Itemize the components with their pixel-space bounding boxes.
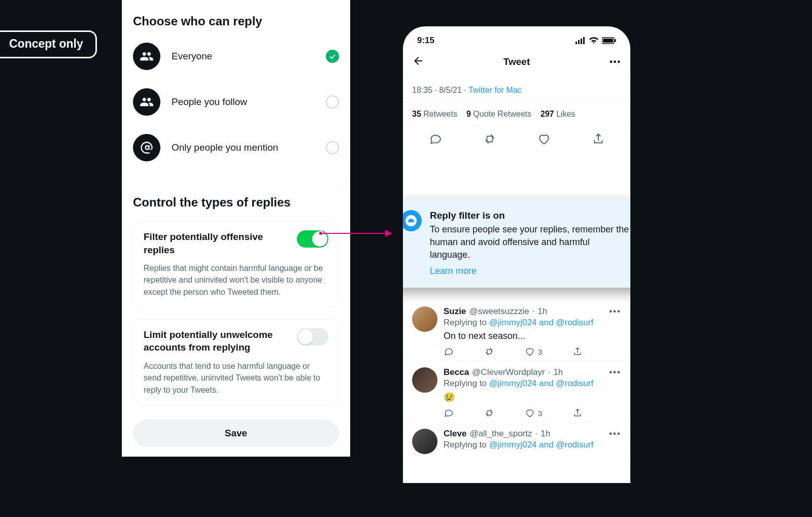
avatar[interactable]	[412, 306, 437, 332]
replies-list: Suzie @sweetsuzzzie · 1h ••• Replying to…	[403, 300, 630, 459]
retweets-stat[interactable]: 35 Retweets	[412, 110, 457, 119]
filter-offensive-toggle[interactable]	[297, 230, 328, 248]
tweet-header: Tweet •••	[403, 50, 630, 76]
reply-time: 1h	[553, 367, 563, 377]
status-time: 9:15	[417, 36, 434, 46]
who-can-reply-title: Choose who can reply	[122, 14, 350, 28]
wifi-icon	[589, 37, 599, 44]
share-icon[interactable]	[572, 347, 583, 357]
svg-rect-2	[581, 39, 582, 44]
learn-more-link[interactable]: Learn more	[430, 266, 630, 277]
filter-offensive-card: Filter potentially offensive replies Rep…	[133, 221, 339, 307]
reply-options-list: Everyone People you follow Only people y…	[122, 28, 350, 184]
retweet-icon[interactable]	[484, 408, 494, 418]
battery-icon	[602, 37, 616, 44]
reply-option-everyone[interactable]: Everyone	[133, 33, 339, 79]
at-icon	[133, 134, 160, 161]
like-icon[interactable]: 3	[525, 408, 542, 418]
control-replies-section: Control the types of replies Filter pote…	[122, 184, 350, 405]
reply-time: 1h	[538, 306, 548, 317]
mention-link[interactable]: @jimmyj024 and @rodisurf	[489, 440, 594, 450]
reply-author-name[interactable]: Suzie	[444, 306, 466, 317]
mention-link[interactable]: @jimmyj024 and @rodisurf	[489, 378, 594, 388]
reply-filter-callout: Reply filter is on To ensure people see …	[403, 199, 630, 288]
reply-option-following[interactable]: People you follow	[133, 79, 339, 125]
reply-author-handle: @all_the_sportz	[469, 429, 532, 439]
replying-to: Replying to @jimmyj024 and @rodisurf	[444, 318, 621, 328]
reply-item[interactable]: Becca @CleverWordplayr · 1h ••• Replying…	[403, 361, 630, 423]
concept-badge: Concept only	[0, 30, 97, 58]
reply-item[interactable]: Suzie @sweetsuzzzie · 1h ••• Replying to…	[403, 300, 630, 361]
share-icon[interactable]	[572, 408, 583, 418]
svg-rect-0	[576, 42, 577, 44]
filter-offensive-title: Filter potentially offensive replies	[144, 230, 290, 256]
tweet-actions	[403, 126, 630, 152]
tweet-stats: 35 Retweets 9 Quote Retweets 297 Likes	[403, 102, 630, 126]
reply-author-name[interactable]: Cleve	[444, 429, 466, 439]
replying-to: Replying to @jimmyj024 and @rodisurf	[444, 440, 621, 450]
reply-text: 😢	[444, 392, 621, 403]
phone-mockup: 9:15 Tweet ••• 18:35 · 8/5/21 · Twitter …	[403, 26, 630, 483]
tweet-source-link[interactable]: Twitter for Mac	[468, 86, 522, 94]
back-button[interactable]	[412, 55, 428, 69]
reply-option-label: Only people you mention	[172, 142, 315, 153]
avatar[interactable]	[412, 429, 437, 454]
reply-option-label: Everyone	[172, 51, 315, 62]
filter-icon	[403, 210, 422, 231]
reply-more-icon[interactable]: •••	[609, 429, 621, 439]
radio-empty	[326, 95, 339, 109]
mention-link[interactable]: @jimmyj024 and @rodisurf	[489, 318, 594, 327]
limit-accounts-card: Limit potentially unwelcome accounts fro…	[133, 319, 339, 405]
reply-author-handle: @sweetsuzzzie	[469, 306, 529, 317]
svg-rect-5	[603, 39, 613, 43]
limit-accounts-title: Limit potentially unwelcome accounts fro…	[144, 328, 290, 354]
reply-author-name[interactable]: Becca	[444, 367, 469, 377]
page-title: Tweet	[503, 56, 530, 67]
like-icon[interactable]	[537, 132, 551, 146]
tweet-time: 18:35	[412, 86, 432, 94]
replying-to: Replying to @jimmyj024 and @rodisurf	[444, 378, 621, 389]
more-button[interactable]: •••	[605, 57, 621, 66]
reply-option-mentioned[interactable]: Only people you mention	[133, 125, 339, 170]
tweet-date: 8/5/21	[439, 86, 461, 94]
like-icon[interactable]: 3	[525, 347, 542, 357]
avatar[interactable]	[412, 367, 437, 393]
svg-rect-6	[615, 39, 616, 42]
reply-icon[interactable]	[429, 132, 442, 146]
reply-more-icon[interactable]: •••	[609, 367, 621, 377]
cellular-icon	[576, 37, 586, 44]
reply-text: On to next season...	[444, 331, 621, 341]
limit-accounts-toggle[interactable]	[297, 328, 328, 346]
reply-icon[interactable]	[444, 347, 454, 357]
reply-more-icon[interactable]: •••	[609, 306, 621, 317]
share-icon[interactable]	[592, 132, 605, 146]
status-icons	[576, 37, 616, 44]
filter-description: To ensure people see your replies, remem…	[430, 223, 630, 262]
filter-offensive-desc: Replies that might contain harmful langu…	[144, 262, 328, 298]
reply-icon[interactable]	[444, 408, 454, 418]
control-replies-title: Control the types of replies	[133, 195, 339, 210]
likes-stat[interactable]: 297 Likes	[540, 110, 576, 119]
svg-rect-3	[583, 37, 585, 44]
retweet-icon[interactable]	[483, 132, 496, 146]
check-icon	[326, 50, 339, 63]
filter-title: Reply filter is on	[430, 210, 630, 221]
reply-option-label: People you follow	[172, 96, 315, 108]
reply-time: 1h	[540, 429, 550, 439]
retweet-icon[interactable]	[484, 347, 494, 357]
tweet-meta: 18:35 · 8/5/21 · Twitter for Mac	[403, 76, 630, 102]
svg-rect-1	[578, 40, 580, 44]
save-button[interactable]: Save	[133, 420, 339, 447]
status-bar: 9:15	[403, 26, 630, 50]
settings-panel: Choose who can reply Everyone People you…	[122, 0, 350, 457]
quotes-stat[interactable]: 9 Quote Retweets	[466, 110, 531, 119]
reply-item[interactable]: Cleve @all_the_sportz · 1h ••• Replying …	[403, 423, 630, 459]
group-icon	[133, 88, 160, 116]
limit-accounts-desc: Accounts that tend to use harmful langua…	[144, 360, 328, 396]
radio-empty	[326, 141, 339, 154]
reply-author-handle: @CleverWordplayr	[472, 367, 545, 377]
group-icon	[133, 43, 160, 70]
